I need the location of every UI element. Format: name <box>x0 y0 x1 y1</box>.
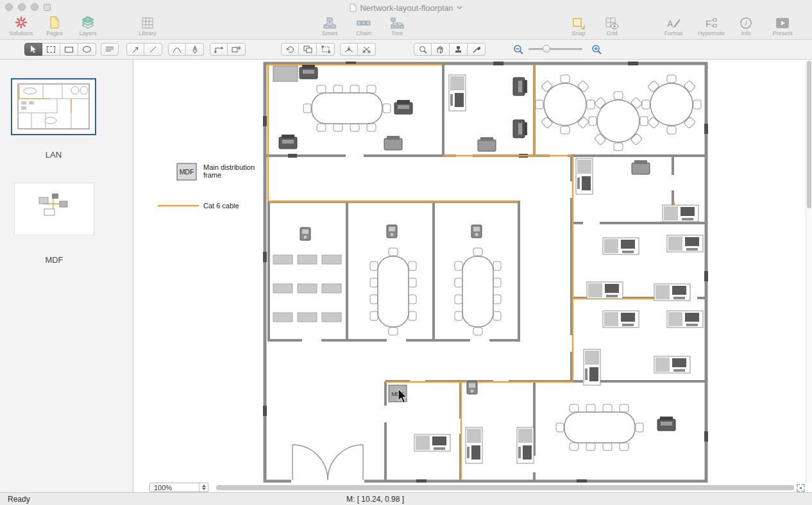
page-thumbnail-lan[interactable] <box>11 78 96 135</box>
svg-text:F: F <box>706 18 711 29</box>
printer[interactable] <box>478 137 496 151</box>
magnifier-icon <box>419 46 427 54</box>
workstation-desk[interactable] <box>587 282 623 299</box>
join-tool[interactable] <box>340 43 358 56</box>
wall-phone[interactable] <box>467 381 477 394</box>
storage-shelves[interactable] <box>273 255 341 322</box>
vertical-scrollbar-thumb[interactable] <box>807 61 811 208</box>
workstation-desk[interactable] <box>449 75 466 111</box>
zoom-tool[interactable] <box>414 43 432 56</box>
page-label-lan[interactable]: LAN <box>11 150 96 160</box>
workstation-desk[interactable] <box>667 311 703 327</box>
server-unit[interactable] <box>513 120 527 138</box>
group-icon <box>303 46 312 53</box>
stepper-down-icon <box>202 488 206 490</box>
align-tool[interactable] <box>317 43 335 56</box>
round-table[interactable] <box>589 92 648 151</box>
legend-mdf-symbol[interactable]: MDF <box>177 163 196 180</box>
wall-phone[interactable] <box>300 228 310 240</box>
line-tool[interactable] <box>144 43 162 56</box>
toolbar-button-chain[interactable]: Chain <box>346 14 382 37</box>
workstation-desk[interactable] <box>517 427 534 463</box>
toolbar-button-info[interactable]: i Info <box>728 14 764 37</box>
split-tool[interactable] <box>358 43 376 56</box>
group-tool[interactable] <box>299 43 317 56</box>
toolbar-button-format[interactable]: A Format <box>656 14 691 37</box>
curve-tool[interactable] <box>168 43 186 56</box>
select-cursor-icon <box>30 45 37 54</box>
server-unit[interactable] <box>513 78 527 95</box>
stamp-tool[interactable] <box>450 43 468 56</box>
printer[interactable] <box>657 417 675 431</box>
workstation-desk[interactable] <box>667 235 703 252</box>
printer[interactable] <box>632 160 650 174</box>
vertical-scrollbar[interactable] <box>806 60 812 483</box>
pen-tool[interactable] <box>186 43 204 56</box>
wall-phone[interactable] <box>471 225 482 238</box>
conference-table[interactable] <box>303 85 391 131</box>
legend-mdf-description-line2: frame <box>203 171 221 179</box>
page-label-mdf[interactable]: MDF <box>14 255 94 265</box>
workstation-desk[interactable] <box>584 349 600 385</box>
add-shape-tool[interactable] <box>228 43 246 56</box>
copier[interactable] <box>279 135 297 149</box>
workstation-desk[interactable] <box>603 311 639 327</box>
window-header: Nertwork-layout-floorplan Solutions Page… <box>0 0 812 40</box>
horizontal-scrollbar-thumb[interactable] <box>216 485 794 490</box>
workstation-desk[interactable] <box>414 435 450 451</box>
text-tool[interactable] <box>101 43 119 56</box>
fax-machine[interactable] <box>300 65 317 79</box>
toolbar-button-grid[interactable]: Grid <box>594 14 630 37</box>
rectangle-tool[interactable] <box>60 43 78 56</box>
conference-table[interactable] <box>455 248 501 335</box>
title-menu-chevron-icon[interactable] <box>457 6 462 10</box>
toolbar-button-present[interactable]: Present <box>765 14 800 37</box>
page-thumbnail-mdf[interactable] <box>14 183 94 235</box>
eyedropper-tool[interactable] <box>468 43 486 56</box>
toolbar-button-layers[interactable]: Layers <box>70 14 106 37</box>
marquee-tool[interactable] <box>42 43 60 56</box>
wall-phone[interactable] <box>387 225 397 238</box>
arrow-tool[interactable] <box>126 43 144 56</box>
toolbar-button-solutions[interactable]: Solutions <box>3 14 39 37</box>
toolbar-button-hypernote[interactable]: F Hypernote <box>692 14 731 37</box>
workstation-desk[interactable] <box>603 238 639 254</box>
zoom-level-select[interactable]: 100% <box>149 483 208 492</box>
connector-icon <box>214 46 223 53</box>
zoom-level-value: 100% <box>150 484 199 492</box>
toolbar-button-smart[interactable]: Smart <box>312 14 348 37</box>
printer[interactable] <box>394 100 412 114</box>
workstation-desk[interactable] <box>663 205 698 222</box>
ellipse-tool[interactable] <box>78 43 96 56</box>
library-icon <box>141 17 154 29</box>
double-door[interactable] <box>292 445 363 480</box>
zoom-slider[interactable] <box>529 48 582 50</box>
workstation-desk[interactable] <box>466 427 482 463</box>
mdf-thumbnail-preview <box>15 183 94 235</box>
connector-tool[interactable] <box>210 43 228 56</box>
pan-tool[interactable] <box>432 43 450 56</box>
toolbar-button-tree[interactable]: Tree <box>379 14 415 37</box>
toolbar-button-library[interactable]: Library <box>130 14 165 37</box>
round-table[interactable] <box>642 75 701 134</box>
rotate-tool[interactable] <box>281 43 299 56</box>
conference-table[interactable] <box>556 404 643 451</box>
equipment-cabinet[interactable] <box>273 66 298 81</box>
round-table[interactable] <box>536 75 595 134</box>
pen-nib-icon <box>191 46 199 54</box>
workstation-desk[interactable] <box>654 284 690 301</box>
toolbar-button-pages[interactable]: Pages <box>37 14 72 37</box>
toolbar-button-snap[interactable]: Snap <box>561 14 596 37</box>
zoom-slider-knob[interactable] <box>543 45 550 53</box>
zoom-out-button[interactable] <box>513 44 524 55</box>
printer[interactable] <box>384 136 402 150</box>
conference-table[interactable] <box>370 248 416 335</box>
select-tool[interactable] <box>24 43 42 56</box>
drawing-canvas[interactable]: MDF MDF Main distribution frame Cat 6 ca… <box>134 60 806 483</box>
mouse-coordinates: M: [ 10.24, 0.98 ] <box>346 495 404 504</box>
workstation-desk[interactable] <box>576 158 593 194</box>
workstation-desk[interactable] <box>654 356 690 373</box>
zoom-in-button[interactable] <box>591 44 602 55</box>
zoom-in-icon <box>591 44 602 55</box>
zoom-stepper[interactable] <box>199 483 208 492</box>
